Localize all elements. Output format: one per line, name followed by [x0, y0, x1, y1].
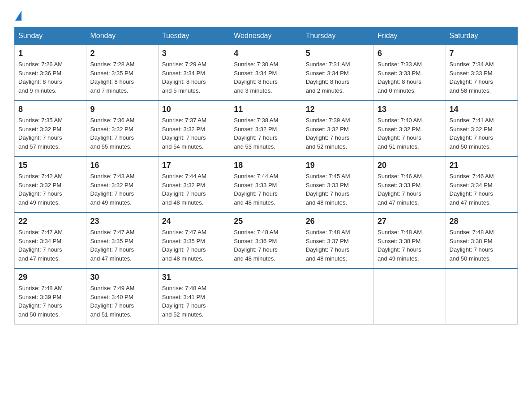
- day-number: 10: [162, 105, 226, 114]
- table-row: 26 Sunrise: 7:48 AMSunset: 3:37 PMDaylig…: [302, 213, 373, 269]
- day-number: 13: [378, 105, 442, 114]
- day-info: Sunrise: 7:46 AMSunset: 3:33 PMDaylight:…: [378, 172, 442, 207]
- day-number: 2: [90, 49, 154, 58]
- day-info: Sunrise: 7:48 AMSunset: 3:38 PMDaylight:…: [450, 228, 514, 263]
- day-info: Sunrise: 7:48 AMSunset: 3:36 PMDaylight:…: [234, 228, 298, 263]
- calendar-week-row: 29 Sunrise: 7:48 AMSunset: 3:39 PMDaylig…: [15, 269, 518, 325]
- day-number: 30: [90, 273, 154, 282]
- day-info: Sunrise: 7:28 AMSunset: 3:35 PMDaylight:…: [90, 60, 154, 95]
- day-info: Sunrise: 7:44 AMSunset: 3:33 PMDaylight:…: [234, 172, 298, 207]
- day-info: Sunrise: 7:46 AMSunset: 3:34 PMDaylight:…: [450, 172, 514, 207]
- day-number: 18: [234, 161, 298, 170]
- day-number: 7: [450, 49, 514, 58]
- logo-triangle-icon: [15, 11, 21, 21]
- day-info: Sunrise: 7:42 AMSunset: 3:32 PMDaylight:…: [18, 172, 82, 207]
- day-info: Sunrise: 7:35 AMSunset: 3:32 PMDaylight:…: [18, 116, 82, 151]
- day-number: 8: [18, 105, 82, 114]
- table-row: 1 Sunrise: 7:26 AMSunset: 3:36 PMDayligh…: [15, 45, 86, 101]
- day-info: Sunrise: 7:40 AMSunset: 3:32 PMDaylight:…: [378, 116, 442, 151]
- table-row: 17 Sunrise: 7:44 AMSunset: 3:32 PMDaylig…: [158, 157, 230, 213]
- col-monday: Monday: [86, 27, 158, 45]
- day-number: 23: [90, 217, 154, 226]
- day-number: 20: [378, 161, 442, 170]
- table-row: 4 Sunrise: 7:30 AMSunset: 3:34 PMDayligh…: [230, 45, 302, 101]
- table-row: 22 Sunrise: 7:47 AMSunset: 3:34 PMDaylig…: [15, 213, 86, 269]
- day-number: 16: [90, 161, 154, 170]
- day-info: Sunrise: 7:44 AMSunset: 3:32 PMDaylight:…: [162, 172, 226, 207]
- table-row: 30 Sunrise: 7:49 AMSunset: 3:40 PMDaylig…: [86, 269, 158, 325]
- day-info: Sunrise: 7:31 AMSunset: 3:34 PMDaylight:…: [306, 60, 370, 95]
- day-info: Sunrise: 7:34 AMSunset: 3:33 PMDaylight:…: [450, 60, 514, 95]
- day-number: 17: [162, 161, 226, 170]
- table-row: 5 Sunrise: 7:31 AMSunset: 3:34 PMDayligh…: [302, 45, 373, 101]
- table-row: [230, 269, 302, 325]
- table-row: 21 Sunrise: 7:46 AMSunset: 3:34 PMDaylig…: [446, 157, 517, 213]
- table-row: 29 Sunrise: 7:48 AMSunset: 3:39 PMDaylig…: [15, 269, 86, 325]
- table-row: 23 Sunrise: 7:47 AMSunset: 3:35 PMDaylig…: [86, 213, 158, 269]
- table-row: 18 Sunrise: 7:44 AMSunset: 3:33 PMDaylig…: [230, 157, 302, 213]
- day-number: 14: [450, 105, 514, 114]
- col-sunday: Sunday: [15, 27, 86, 45]
- table-row: [302, 269, 373, 325]
- table-row: 7 Sunrise: 7:34 AMSunset: 3:33 PMDayligh…: [446, 45, 517, 101]
- table-row: 25 Sunrise: 7:48 AMSunset: 3:36 PMDaylig…: [230, 213, 302, 269]
- calendar-week-row: 15 Sunrise: 7:42 AMSunset: 3:32 PMDaylig…: [15, 157, 518, 213]
- day-info: Sunrise: 7:29 AMSunset: 3:34 PMDaylight:…: [162, 60, 226, 95]
- day-number: 15: [18, 161, 82, 170]
- table-row: 16 Sunrise: 7:43 AMSunset: 3:32 PMDaylig…: [86, 157, 158, 213]
- day-number: 19: [306, 161, 370, 170]
- page-header: [14, 11, 518, 20]
- day-number: 1: [18, 49, 82, 58]
- day-info: Sunrise: 7:26 AMSunset: 3:36 PMDaylight:…: [18, 60, 82, 95]
- table-row: 3 Sunrise: 7:29 AMSunset: 3:34 PMDayligh…: [158, 45, 230, 101]
- day-number: 24: [162, 217, 226, 226]
- day-number: 26: [306, 217, 370, 226]
- table-row: 28 Sunrise: 7:48 AMSunset: 3:38 PMDaylig…: [446, 213, 517, 269]
- col-wednesday: Wednesday: [230, 27, 302, 45]
- day-number: 31: [162, 273, 226, 282]
- day-number: 25: [234, 217, 298, 226]
- day-info: Sunrise: 7:41 AMSunset: 3:32 PMDaylight:…: [450, 116, 514, 151]
- day-info: Sunrise: 7:47 AMSunset: 3:35 PMDaylight:…: [162, 228, 226, 263]
- table-row: 2 Sunrise: 7:28 AMSunset: 3:35 PMDayligh…: [86, 45, 158, 101]
- col-tuesday: Tuesday: [158, 27, 230, 45]
- day-number: 6: [378, 49, 442, 58]
- table-row: 31 Sunrise: 7:48 AMSunset: 3:41 PMDaylig…: [158, 269, 230, 325]
- table-row: [446, 269, 517, 325]
- day-number: 3: [162, 49, 226, 58]
- day-number: 21: [450, 161, 514, 170]
- col-thursday: Thursday: [302, 27, 373, 45]
- day-info: Sunrise: 7:39 AMSunset: 3:32 PMDaylight:…: [306, 116, 370, 151]
- day-info: Sunrise: 7:48 AMSunset: 3:39 PMDaylight:…: [18, 284, 82, 319]
- table-row: 10 Sunrise: 7:37 AMSunset: 3:32 PMDaylig…: [158, 101, 230, 157]
- table-row: 8 Sunrise: 7:35 AMSunset: 3:32 PMDayligh…: [15, 101, 86, 157]
- calendar-week-row: 22 Sunrise: 7:47 AMSunset: 3:34 PMDaylig…: [15, 213, 518, 269]
- day-info: Sunrise: 7:49 AMSunset: 3:40 PMDaylight:…: [90, 284, 154, 319]
- logo: [14, 11, 21, 20]
- table-row: 9 Sunrise: 7:36 AMSunset: 3:32 PMDayligh…: [86, 101, 158, 157]
- calendar-week-row: 1 Sunrise: 7:26 AMSunset: 3:36 PMDayligh…: [15, 45, 518, 101]
- day-info: Sunrise: 7:33 AMSunset: 3:33 PMDaylight:…: [378, 60, 442, 95]
- table-row: 11 Sunrise: 7:38 AMSunset: 3:32 PMDaylig…: [230, 101, 302, 157]
- calendar-table: Sunday Monday Tuesday Wednesday Thursday…: [14, 27, 518, 325]
- table-row: 14 Sunrise: 7:41 AMSunset: 3:32 PMDaylig…: [446, 101, 517, 157]
- day-number: 11: [234, 105, 298, 114]
- table-row: 20 Sunrise: 7:46 AMSunset: 3:33 PMDaylig…: [374, 157, 446, 213]
- day-number: 5: [306, 49, 370, 58]
- day-info: Sunrise: 7:48 AMSunset: 3:41 PMDaylight:…: [162, 284, 226, 319]
- table-row: 19 Sunrise: 7:45 AMSunset: 3:33 PMDaylig…: [302, 157, 373, 213]
- table-row: 13 Sunrise: 7:40 AMSunset: 3:32 PMDaylig…: [374, 101, 446, 157]
- day-info: Sunrise: 7:36 AMSunset: 3:32 PMDaylight:…: [90, 116, 154, 151]
- day-number: 22: [18, 217, 82, 226]
- day-number: 29: [18, 273, 82, 282]
- day-info: Sunrise: 7:48 AMSunset: 3:37 PMDaylight:…: [306, 228, 370, 263]
- table-row: 24 Sunrise: 7:47 AMSunset: 3:35 PMDaylig…: [158, 213, 230, 269]
- day-info: Sunrise: 7:37 AMSunset: 3:32 PMDaylight:…: [162, 116, 226, 151]
- day-number: 4: [234, 49, 298, 58]
- day-number: 12: [306, 105, 370, 114]
- col-saturday: Saturday: [446, 27, 517, 45]
- day-number: 9: [90, 105, 154, 114]
- day-info: Sunrise: 7:48 AMSunset: 3:38 PMDaylight:…: [378, 228, 442, 263]
- table-row: 12 Sunrise: 7:39 AMSunset: 3:32 PMDaylig…: [302, 101, 373, 157]
- table-row: 6 Sunrise: 7:33 AMSunset: 3:33 PMDayligh…: [374, 45, 446, 101]
